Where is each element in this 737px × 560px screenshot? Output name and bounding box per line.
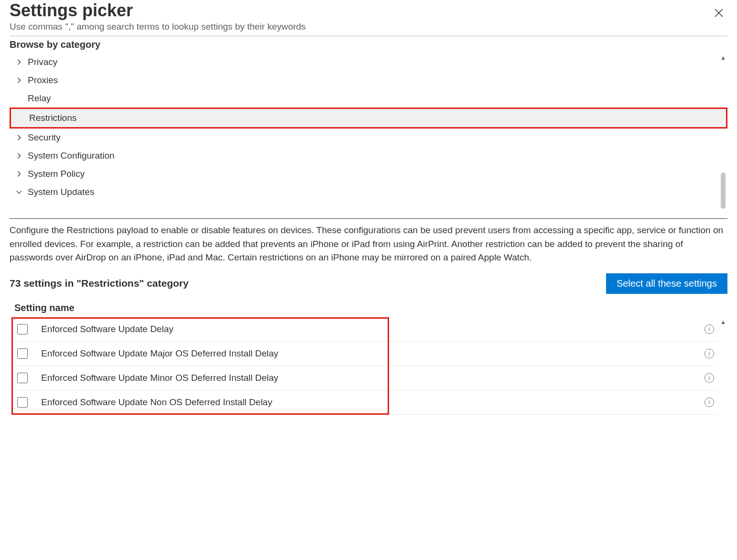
scroll-thumb[interactable] [721,172,726,209]
chevron-right-icon[interactable] [12,171,26,177]
category-label: Relay [26,93,51,104]
category-item-relay[interactable]: Relay [10,89,727,108]
category-item-system-updates[interactable]: System Updates [10,183,727,201]
info-icon[interactable]: i [704,373,714,383]
setting-checkbox[interactable] [17,348,28,359]
setting-checkbox[interactable] [17,373,28,383]
category-item-system-policy[interactable]: System Policy [10,165,727,183]
page-title: Settings picker [10,0,306,21]
page-subtitle: Use commas "," among search terms to loo… [10,22,306,32]
setting-row[interactable]: Enforced Software Update Major OS Deferr… [14,342,717,366]
select-all-button[interactable]: Select all these settings [606,273,727,294]
category-item-privacy[interactable]: Privacy [10,53,727,71]
category-item-proxies[interactable]: Proxies [10,71,727,89]
chevron-right-icon[interactable] [12,77,26,84]
category-label: Security [26,132,61,143]
setting-name-label: Enforced Software Update Minor OS Deferr… [41,373,704,383]
category-item-restrictions[interactable]: Restrictions [10,108,727,129]
close-button[interactable] [710,5,727,22]
category-label: Privacy [26,57,57,67]
setting-name-label: Enforced Software Update Delay [41,324,704,334]
search-divider [10,36,727,36]
info-icon[interactable]: i [704,398,714,407]
setting-checkbox[interactable] [17,397,28,408]
info-icon[interactable]: i [704,324,714,334]
panel-header: Settings picker Use commas "," among sea… [10,0,727,36]
chevron-right-icon[interactable] [12,152,26,159]
setting-checkbox[interactable] [17,324,28,334]
chevron-right-icon[interactable] [12,134,26,141]
chevron-right-icon[interactable] [12,59,26,65]
category-label: Proxies [26,75,58,86]
category-label: Restrictions [27,113,76,123]
setting-name-label: Enforced Software Update Major OS Deferr… [41,348,704,359]
setting-row[interactable]: Enforced Software Update Delayi [14,317,717,342]
category-tree: PrivacyProxiesRelayRestrictionsSecurityS… [10,53,727,201]
category-scrollbar[interactable]: ▲ ▼ [719,53,727,201]
chevron-down-icon[interactable] [12,189,26,195]
info-icon[interactable]: i [704,349,714,358]
close-icon [714,8,724,18]
category-item-security[interactable]: Security [10,129,727,147]
scroll-up-icon[interactable]: ▲ [720,317,726,327]
setting-row[interactable]: Enforced Software Update Non OS Deferred… [14,390,717,415]
scroll-track[interactable] [721,63,726,192]
category-item-system-configuration[interactable]: System Configuration [10,147,727,165]
category-label: System Updates [26,187,94,197]
settings-scrollbar[interactable]: ▲ [719,317,727,327]
scroll-up-icon[interactable]: ▲ [720,53,726,63]
category-description: Configure the Restrictions payload to en… [10,224,727,265]
setting-name-label: Enforced Software Update Non OS Deferred… [41,397,704,408]
setting-row[interactable]: Enforced Software Update Minor OS Deferr… [14,366,717,390]
category-label: System Policy [26,169,85,179]
section-divider [10,218,727,219]
browse-by-category-label: Browse by category [10,39,727,50]
column-header-setting-name: Setting name [14,302,727,313]
category-label: System Configuration [26,151,115,161]
settings-count-text: 73 settings in "Restrictions" category [10,278,189,289]
